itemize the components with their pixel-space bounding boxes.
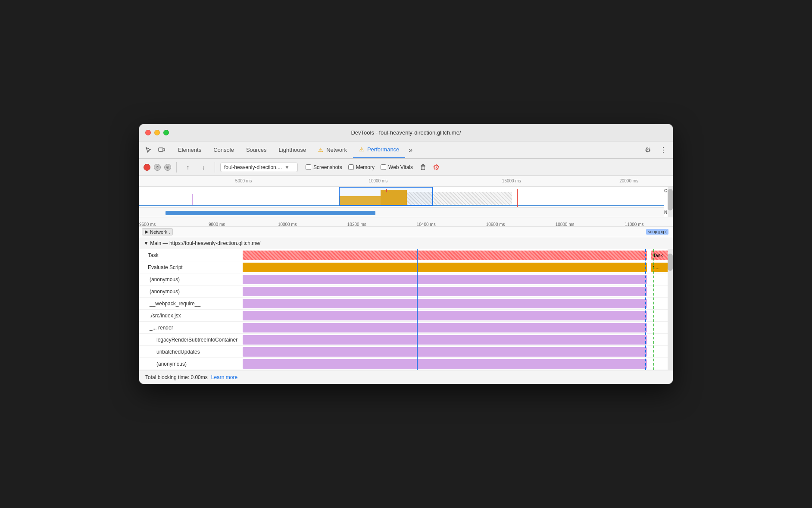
anon-label-1: (anonymous) (139, 276, 243, 282)
evaluate-script-row[interactable]: Evaluate Script L... (139, 261, 673, 273)
ruler-10000: 10000 ms (369, 179, 387, 183)
network-expand-button[interactable]: ▶ Network . (142, 228, 173, 235)
selection-box[interactable] (339, 187, 433, 206)
url-selector[interactable]: foul-heavenly-direction.... ▼ (220, 163, 298, 172)
ruler-labels: 5000 ms 10000 ms 15000 ms 20000 ms (139, 176, 673, 186)
tab-elements[interactable]: Elements (172, 141, 207, 158)
timeline-area: 5000 ms 10000 ms 15000 ms 20000 ms (139, 176, 673, 237)
playhead-line (417, 249, 418, 370)
anon-bar-2 (243, 287, 647, 296)
expand-icon: ▶ (145, 229, 148, 235)
tab-performance[interactable]: ⚠ Performance (353, 141, 405, 158)
task-label: Task (139, 252, 243, 258)
evaluate-label: Evaluate Script (139, 264, 243, 270)
network-thumb: soop.jpg ( (646, 229, 668, 235)
more-tabs-button[interactable]: » (405, 141, 416, 158)
anon-label-3: (anonymous) (139, 361, 243, 367)
status-bar: Total blocking time: 0.00ms Learn more (139, 370, 673, 384)
svg-rect-1 (163, 149, 165, 151)
src-bar-area (243, 310, 673, 321)
tab-network[interactable]: ⚠ Network (312, 141, 353, 158)
screenshots-checkbox[interactable]: Screenshots (306, 164, 342, 170)
anon-row-2[interactable]: (anonymous) (139, 285, 673, 298)
unbatched-bar (243, 347, 647, 357)
legacy-bar-area (243, 334, 673, 345)
load-profile-button[interactable]: ↑ (182, 161, 194, 173)
unbatched-bar-area (243, 346, 673, 357)
cpu-spike-1 (192, 194, 193, 205)
evaluate-bar-area: L... (243, 261, 673, 273)
inspect-element-tool[interactable] (143, 144, 155, 156)
net-overview-track (139, 207, 664, 217)
overview-tracks[interactable]: CPU NET (139, 187, 673, 217)
time-9600: 9600 ms (139, 222, 156, 227)
timeline-scrollbar[interactable] (668, 187, 673, 217)
task-row[interactable]: Task Task (139, 249, 673, 261)
maximize-button[interactable] (163, 130, 169, 135)
record-button[interactable] (144, 164, 150, 171)
time-10200: 10200 ms (347, 222, 366, 227)
time-11000: 11000 ms (625, 222, 644, 227)
unbatched-row[interactable]: unbatchedUpdates (139, 346, 673, 358)
settings-icon[interactable]: ⚙ (642, 144, 654, 156)
dash-line-2 (653, 249, 654, 370)
render-row[interactable]: _... render (139, 322, 673, 334)
src-row[interactable]: ./src/index.jsx (139, 310, 673, 322)
net-bar-blue (166, 211, 375, 215)
task-bar (243, 251, 647, 260)
anon-bar-area-2 (243, 285, 673, 297)
flame-scrollbar-thumb[interactable] (668, 254, 673, 271)
webpack-bar-area (243, 298, 673, 309)
checkboxes: Screenshots Memory Web Vitals (306, 164, 413, 170)
legacy-bar (243, 335, 647, 345)
memory-checkbox[interactable]: Memory (348, 164, 375, 170)
web-vitals-checkbox[interactable]: Web Vitals (381, 164, 413, 170)
traffic-lights (145, 130, 169, 135)
time-10000: 10000 ms (278, 222, 297, 227)
tab-sources[interactable]: Sources (240, 141, 273, 158)
learn-more-link[interactable]: Learn more (211, 374, 237, 380)
render-bar-area (243, 322, 673, 333)
overview-ruler: 5000 ms 10000 ms 15000 ms 20000 ms (139, 176, 673, 187)
save-profile-button[interactable]: ↓ (197, 161, 209, 173)
anon-label-2: (anonymous) (139, 288, 243, 295)
task-bar-area: Task (243, 249, 673, 261)
network-track: ▶ Network . soop.jpg ( (139, 226, 673, 237)
src-bar (243, 311, 647, 320)
close-button[interactable] (145, 130, 151, 135)
separator-1 (176, 162, 177, 172)
legacy-label: legacyRenderSubtreeIntoContainer (139, 337, 243, 343)
minimize-button[interactable] (154, 130, 160, 135)
legacy-row[interactable]: legacyRenderSubtreeIntoContainer (139, 334, 673, 346)
svg-rect-0 (159, 148, 163, 151)
trash-icon[interactable]: 🗑 (420, 163, 427, 171)
titlebar: DevTools - foul-heavenly-direction.glitc… (139, 124, 673, 141)
webpack-bar (243, 299, 647, 308)
ruler-20000: 20000 ms (619, 179, 638, 183)
clear-recording-button[interactable]: ⊘ (164, 164, 171, 171)
anon-row-1[interactable]: (anonymous) (139, 273, 673, 285)
scrollbar-thumb[interactable] (668, 189, 673, 210)
more-options-icon[interactable]: ⋮ (657, 144, 669, 156)
src-label: ./src/index.jsx (139, 313, 243, 319)
flame-scrollbar[interactable] (668, 249, 673, 370)
tab-tools (143, 144, 168, 156)
tab-console[interactable]: Console (207, 141, 240, 158)
flame-header: ▼ Main — https://foul-heavenly-direction… (139, 237, 673, 249)
capture-settings-icon[interactable]: ⚙ (433, 163, 440, 172)
webpack-label: __webpack_require__ (139, 301, 243, 307)
performance-warning-icon: ⚠ (359, 146, 364, 153)
dash-line-1 (645, 249, 646, 370)
webpack-row[interactable]: __webpack_require__ (139, 298, 673, 310)
reload-record-button[interactable]: ↺ (154, 164, 161, 171)
anon-row-3[interactable]: (anonymous) (139, 358, 673, 370)
network-label: Network . (150, 229, 170, 235)
window-title: DevTools - foul-heavenly-direction.glitc… (351, 129, 461, 136)
time-10400: 10400 ms (417, 222, 436, 227)
tabs-bar: Elements Console Sources Lighthouse ⚠ Ne… (139, 141, 673, 159)
tabs: Elements Console Sources Lighthouse ⚠ Ne… (172, 141, 642, 158)
tab-lighthouse[interactable]: Lighthouse (273, 141, 312, 158)
device-toggle-tool[interactable] (156, 144, 168, 156)
unbatched-label: unbatchedUpdates (139, 349, 243, 355)
render-bar (243, 323, 647, 332)
